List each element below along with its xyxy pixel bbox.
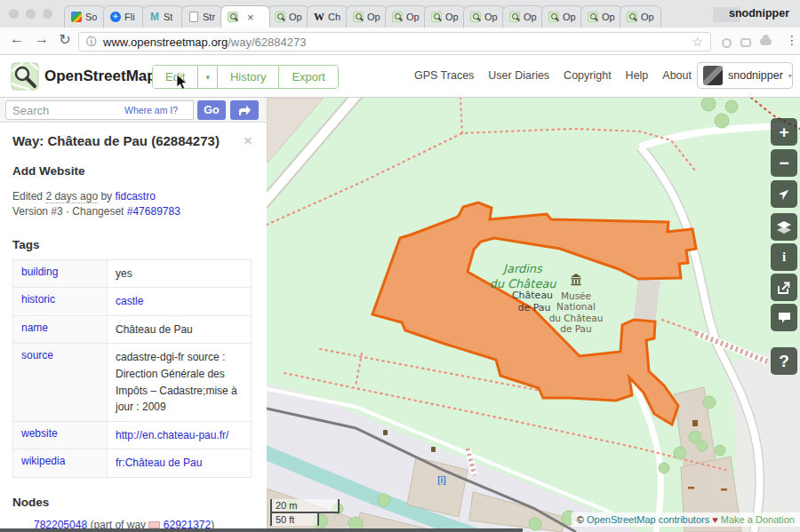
minimize-window-button[interactable] [26, 9, 36, 19]
tab-osm-4[interactable]: Op [385, 5, 427, 28]
share-icon [778, 282, 790, 294]
tag-key-link[interactable]: historic [21, 293, 55, 306]
tags-table: building yes historic castle name Châtea… [12, 259, 252, 478]
tab-osm-5[interactable]: Op [424, 5, 466, 28]
tab-flights[interactable]: ✈ Fli [103, 5, 145, 28]
query-features-button[interactable]: ? [771, 347, 797, 375]
where-am-i-link[interactable]: Where am I? [124, 105, 178, 115]
browser-toolbar: ← → ↻ ⓘ www.openstreetmap.org/way/628842… [0, 28, 800, 55]
map-label-chateau: de Pau [517, 302, 550, 314]
about-link[interactable]: About [662, 69, 692, 82]
osm-brand-title[interactable]: OpenStreetMap [44, 67, 156, 85]
osm-magnifier-icon [353, 12, 364, 22]
elevator-icon: [i] [437, 475, 445, 485]
browser-profile-name[interactable]: snodnipper [729, 7, 789, 20]
osm-logo[interactable] [11, 62, 39, 93]
tag-value: cadastre-dgi-fr source : Direction Génér… [108, 344, 252, 421]
search-go-button[interactable]: Go [197, 100, 226, 120]
user-diaries-link[interactable]: User Diaries [488, 69, 549, 82]
extension-cloud-icon[interactable] [760, 38, 772, 45]
osm-magnifier-icon [509, 12, 520, 22]
tab-osm-7[interactable]: Op [502, 5, 544, 28]
tags-heading: Tags [12, 238, 252, 251]
zoom-window-button[interactable] [43, 9, 52, 19]
browser-menu-icon[interactable]: ⋮ [786, 33, 798, 47]
edited-time: 2 days ago [45, 190, 98, 203]
make-a-donation-link[interactable]: Make a Donation [721, 514, 795, 525]
locate-button[interactable] [771, 180, 797, 208]
tab-google-maps[interactable]: So [64, 5, 106, 28]
page-info-icon[interactable]: ⓘ [86, 35, 97, 50]
history-button[interactable]: History [218, 66, 279, 88]
map-canvas[interactable]: Jardins du Château Château de Pau Musée … [267, 98, 800, 532]
table-row: wikipedia fr:Château de Pau [13, 449, 252, 478]
changeset-link[interactable]: #47689783 [127, 205, 180, 218]
copyright-link[interactable]: Copyright [564, 69, 612, 82]
user-avatar [703, 66, 723, 85]
help-link[interactable]: Help [626, 69, 649, 82]
tab-osm-9[interactable]: Op [580, 5, 622, 28]
export-button[interactable]: Export [279, 66, 338, 88]
tag-key-link[interactable]: website [21, 427, 58, 440]
tag-key-link[interactable]: building [21, 266, 58, 278]
tab-street[interactable]: M St [142, 5, 184, 28]
tab-openstreetmap-active[interactable]: × [220, 5, 270, 28]
map-label-chateau: Château [512, 290, 553, 301]
close-tab-icon[interactable]: × [247, 11, 254, 24]
bookmark-star-icon[interactable]: ☆ [692, 35, 703, 49]
tab-osm-8[interactable]: Op [541, 5, 583, 28]
speech-bubble-icon [778, 312, 791, 323]
tab-osm-10[interactable]: Op [620, 5, 661, 28]
extension-bubble-icon[interactable] [740, 38, 751, 47]
map-scale: 20 m 50 ft [270, 499, 340, 526]
tag-value: Château de Pau [108, 315, 252, 344]
osm-contributors-link[interactable]: OpenStreetMap contributors [587, 514, 709, 525]
layers-button[interactable] [771, 213, 797, 241]
table-row: name Château de Pau [13, 315, 252, 344]
map-label-musee: de Pau [560, 323, 591, 334]
share-button[interactable] [771, 274, 797, 301]
version-line: Version #3 · Changeset [12, 205, 124, 218]
osm-magnifier-icon [588, 12, 598, 22]
zoom-in-button[interactable]: + [771, 118, 797, 146]
tag-value-link[interactable]: castle [116, 295, 143, 307]
user-menu[interactable]: snodnipper ▾ [697, 62, 793, 89]
letter-m-icon: M [149, 12, 160, 22]
edited-line: Edited 2 days ago by fidcastro Version #… [12, 189, 252, 220]
back-icon[interactable]: ← [7, 31, 27, 47]
osm-magnifier-icon [228, 12, 238, 22]
tab-document[interactable]: Str [181, 5, 223, 28]
flight-icon: ✈ [110, 12, 121, 22]
tag-value-link[interactable]: fr:Château de Pau [116, 457, 202, 469]
tab-wikipedia[interactable]: W Ch [307, 5, 348, 28]
editor-user-link[interactable]: fidcastro [115, 190, 155, 202]
scale-metric: 20 m [270, 499, 340, 513]
address-bar[interactable]: ⓘ www.openstreetmap.org/way/62884273 ☆ [78, 32, 711, 52]
map-notes-button[interactable] [771, 304, 797, 331]
map-label-musee: Musée [561, 290, 591, 301]
table-row: source cadastre-dgi-fr source : Directio… [13, 344, 252, 421]
tab-osm-3[interactable]: Op [346, 5, 388, 28]
directions-button[interactable] [230, 100, 259, 120]
directions-arrow-icon [237, 104, 252, 116]
tab-osm-6[interactable]: Op [463, 5, 505, 28]
forward-icon[interactable]: → [32, 31, 52, 47]
map-key-button[interactable]: i [771, 243, 797, 271]
reload-icon[interactable]: ↻ [55, 31, 75, 48]
tag-key-link[interactable]: source [21, 349, 53, 361]
tag-key-link[interactable]: wikipedia [21, 455, 65, 467]
user-menu-caret-icon: ▾ [788, 72, 792, 80]
map-attribution: © OpenStreetMap contributors ♥ Make a Do… [572, 512, 800, 527]
gps-traces-link[interactable]: GPS Traces [414, 69, 474, 82]
window-controls[interactable] [9, 9, 52, 19]
map-label-musee: National [556, 301, 596, 312]
zoom-out-button[interactable]: − [771, 149, 797, 177]
extension-circle-icon[interactable] [722, 38, 732, 48]
osm-magnifier-icon [275, 12, 285, 22]
close-sidebar-icon[interactable]: × [244, 133, 252, 148]
close-window-button[interactable] [9, 9, 19, 19]
tab-osm-2[interactable]: Op [268, 5, 309, 28]
edit-dropdown-caret[interactable]: ▾ [198, 66, 218, 88]
tag-key-link[interactable]: name [21, 322, 48, 334]
tag-value-link[interactable]: http://en.chateau-pau.fr/ [116, 429, 228, 441]
